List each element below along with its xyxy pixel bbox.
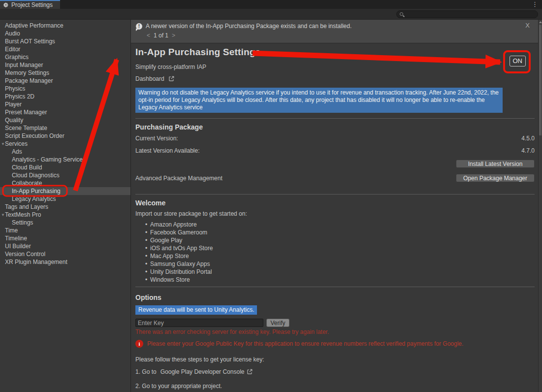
- pager-prev-button[interactable]: <: [147, 32, 150, 39]
- sidebar-item[interactable]: ▼ Audio: [0, 30, 130, 37]
- sidebar-item-label: Time: [5, 227, 18, 234]
- sidebar-item[interactable]: ▼ Quality: [0, 116, 130, 124]
- sidebar-item-label: Timeline: [5, 235, 27, 242]
- search-box[interactable]: [396, 10, 538, 18]
- install-latest-version-button[interactable]: Install Latest Version: [456, 160, 535, 168]
- store-list-item: iOS and tvOs App Store: [135, 244, 535, 252]
- page-title: In-App Purchasing Settings: [135, 47, 535, 58]
- package-update-banner: ! A newer version of the In-App Purchasi…: [131, 20, 538, 43]
- sidebar-item-label: Memory Settings: [5, 69, 49, 76]
- google-key-input[interactable]: [135, 319, 263, 327]
- search-icon: [400, 12, 405, 17]
- sidebar-item[interactable]: ▼ Physics 2D: [0, 93, 130, 100]
- sidebar-item[interactable]: ▼ Version Control: [0, 250, 130, 258]
- welcome-intro: Import our store package to get started …: [135, 210, 535, 217]
- sidebar-item[interactable]: ▼ Ads: [0, 148, 130, 156]
- sidebar-item-label: Physics 2D: [5, 93, 34, 100]
- google-play-console-link[interactable]: Google Play Developer Console: [160, 368, 245, 375]
- store-list-item: Samsung Galaxy Apps: [135, 260, 535, 268]
- latest-version-label: Latest Version Available:: [135, 147, 200, 154]
- sidebar-item[interactable]: ▼ Services: [0, 140, 130, 148]
- sidebar-item[interactable]: ▼ Cloud Build: [0, 163, 130, 171]
- sidebar-item-label: UI Builder: [5, 243, 31, 250]
- sidebar-item[interactable]: ▼ Script Execution Order: [0, 132, 130, 140]
- sidebar-item[interactable]: ▼ Input Manager: [0, 61, 130, 69]
- settings-main-panel: ! A newer version of the In-App Purchasi…: [131, 20, 538, 392]
- sidebar-item-label: Script Execution Order: [5, 132, 64, 139]
- analytics-note-badge: Revenue data will be sent to Unity Analy…: [135, 305, 257, 315]
- step2-text: 2. Go to your appropriate project.: [135, 383, 535, 390]
- store-list-item: Amazon Appstore: [135, 221, 535, 229]
- disclosure-triangle-icon[interactable]: ▼: [1, 140, 5, 148]
- sidebar-item[interactable]: ▼ UI Builder: [0, 242, 130, 250]
- disclosure-triangle-icon[interactable]: ▼: [1, 211, 5, 219]
- sidebar-item[interactable]: ▼ Collaborate: [0, 179, 130, 187]
- sidebar-item-label: Legacy Analytics: [12, 196, 56, 202]
- sidebar-item-label: Settings: [12, 219, 33, 226]
- iap-settings-content: In-App Purchasing Settings Simplify cros…: [131, 47, 538, 390]
- sidebar-item-label: Cloud Build: [12, 164, 42, 171]
- sidebar-item[interactable]: ▼ TextMesh Pro: [0, 211, 130, 219]
- verify-button[interactable]: Verify: [266, 319, 289, 327]
- vertical-scrollbar[interactable]: [538, 20, 542, 392]
- key-check-error-text: There was an error checking server for e…: [135, 328, 535, 335]
- sidebar-item[interactable]: ▼ In-App Purchasing: [0, 187, 130, 195]
- external-link-icon[interactable]: [168, 75, 175, 82]
- advanced-package-management-label: Advanced Package Management: [135, 175, 223, 182]
- open-package-manager-button[interactable]: Open Package Manager: [456, 174, 535, 182]
- sidebar-item[interactable]: ▼ Settings: [0, 219, 130, 227]
- banner-close-button[interactable]: X: [525, 22, 530, 29]
- sidebar-item[interactable]: ▼ Editor: [0, 45, 130, 53]
- sidebar-item-label: In-App Purchasing: [12, 188, 61, 195]
- scroll-up-arrow-icon[interactable]: [539, 21, 542, 23]
- current-version-label: Current Version:: [135, 135, 178, 142]
- section-divider: [135, 194, 535, 195]
- sidebar-item[interactable]: ▼ Memory Settings: [0, 69, 130, 77]
- tab-title: Project Settings: [11, 1, 53, 8]
- iap-on-toggle[interactable]: ON: [510, 56, 526, 66]
- sidebar-item[interactable]: ▼ Physics: [0, 85, 130, 93]
- pager-next-button[interactable]: >: [172, 32, 175, 39]
- kebab-menu-icon[interactable]: ⋮: [532, 0, 538, 8]
- sidebar-item-label: Package Manager: [5, 77, 53, 84]
- settings-toolbar: [0, 9, 542, 20]
- sidebar-item[interactable]: ▼ XR Plugin Management: [0, 258, 130, 266]
- store-list-item: Mac App Store: [135, 252, 535, 260]
- store-list-item: Windows Store: [135, 276, 535, 284]
- sidebar-item-label: Quality: [5, 117, 23, 124]
- legacy-analytics-warning: Warning do not disable the Legacy Analyt…: [135, 88, 503, 113]
- latest-version-value: 4.7.0: [521, 147, 535, 154]
- sidebar-item[interactable]: ▼ Analytics - Gaming Services: [0, 156, 130, 163]
- scrollbar-thumb[interactable]: [539, 25, 542, 135]
- search-input[interactable]: [407, 11, 535, 18]
- sidebar-item[interactable]: ▼ Legacy Analytics: [0, 195, 130, 203]
- sidebar-item[interactable]: ▼ Scene Template: [0, 124, 130, 132]
- tab-project-settings[interactable]: Project Settings: [0, 0, 60, 9]
- sidebar-item-label: Editor: [5, 46, 20, 53]
- sidebar-item[interactable]: ▼ Adaptive Performance: [0, 22, 130, 30]
- sidebar-item[interactable]: ▼ Graphics: [0, 53, 130, 61]
- sidebar-item-label: Analytics - Gaming Services: [12, 156, 86, 163]
- sidebar-item-label: Version Control: [5, 251, 45, 258]
- google-key-note: Please enter your Google Public Key for …: [147, 340, 463, 348]
- sidebar-item[interactable]: ▼ Burst AOT Settings: [0, 37, 130, 45]
- sidebar-item[interactable]: ▼ Player: [0, 100, 130, 108]
- section-divider: [135, 287, 535, 287]
- dashboard-link[interactable]: Dashboard: [135, 75, 164, 82]
- sidebar-item[interactable]: ▼ Cloud Diagnostics: [0, 171, 130, 179]
- sidebar-item-label: Collaborate: [12, 180, 42, 187]
- sidebar-item-label: Services: [5, 140, 28, 147]
- sidebar-item[interactable]: ▼ Tags and Layers: [0, 203, 130, 211]
- settings-category-list: ▼ Adaptive Performance ▼ Audio ▼ Burst A…: [0, 20, 131, 392]
- sidebar-item[interactable]: ▼ Timeline: [0, 234, 130, 242]
- sidebar-item[interactable]: ▼ Time: [0, 227, 130, 234]
- sidebar-item-label: Physics: [5, 85, 25, 92]
- sidebar-item[interactable]: ▼ Package Manager: [0, 77, 130, 85]
- sidebar-item[interactable]: ▼ Preset Manager: [0, 108, 130, 116]
- sidebar-item-label: Cloud Diagnostics: [12, 172, 60, 179]
- page-subtitle: Simplify cross-platform IAP: [135, 64, 535, 70]
- pager-count: 1 of 1: [154, 32, 168, 39]
- sidebar-item-label: XR Plugin Management: [5, 259, 67, 265]
- info-icon: i: [135, 340, 143, 348]
- external-link-icon[interactable]: [246, 368, 253, 375]
